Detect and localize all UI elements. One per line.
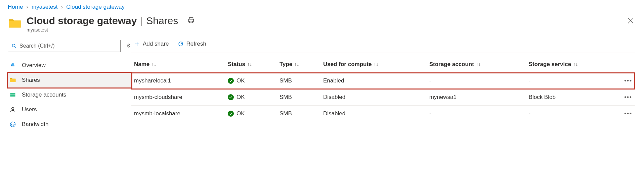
add-share-button[interactable]: Add share — [134, 41, 169, 47]
bandwidth-icon — [9, 121, 16, 128]
sidebar-item-label: Storage accounts — [22, 92, 66, 98]
ok-icon — [228, 94, 234, 100]
breadcrumb: Home › myasetest › Cloud storage gateway — [0, 0, 644, 14]
sort-icon: ↑↓ — [573, 62, 578, 67]
cell-account: - — [427, 73, 526, 89]
sort-icon: ↑↓ — [152, 62, 156, 67]
divider — [131, 53, 635, 53]
search-icon — [11, 43, 17, 49]
cell-compute: Enabled — [320, 73, 427, 89]
cell-compute: Disabled — [320, 106, 427, 122]
row-context-menu[interactable]: ••• — [621, 106, 635, 122]
collapse-icon[interactable] — [125, 43, 131, 50]
toolbar: Add share Refresh — [131, 40, 635, 53]
column-header[interactable]: Name↑↓ — [131, 56, 225, 73]
breadcrumb-link[interactable]: Cloud storage gateway — [66, 4, 125, 10]
folder-icon — [8, 16, 22, 31]
cell-type: SMB — [277, 89, 320, 106]
sort-icon: ↑↓ — [476, 62, 481, 67]
sidebar-item-label: Bandwidth — [22, 121, 48, 128]
breadcrumb-link[interactable]: myasetest — [32, 4, 57, 10]
main-content: Add share Refresh Name↑↓Status↑↓Type↑↓Us… — [131, 40, 644, 122]
sidebar-item-users[interactable]: Users — [8, 102, 131, 117]
svg-point-5 — [12, 44, 15, 47]
sidebar-item-bandwidth[interactable]: Bandwidth — [8, 117, 131, 132]
cell-type: SMB — [277, 106, 320, 122]
row-context-menu[interactable]: ••• — [621, 89, 635, 106]
sort-icon: ↑↓ — [247, 62, 252, 67]
breadcrumb-link[interactable]: Home — [8, 4, 23, 10]
ok-icon — [228, 78, 234, 84]
sidebar-item-label: Overview — [22, 62, 46, 69]
shares-table: Name↑↓Status↑↓Type↑↓Used for compute↑↓St… — [131, 56, 635, 122]
page-header: Cloud storage gateway | Shares myasetest — [0, 14, 644, 33]
table-header-row: Name↑↓Status↑↓Type↑↓Used for compute↑↓St… — [131, 56, 635, 73]
column-header[interactable]: Used for compute↑↓ — [320, 56, 427, 73]
cell-service: - — [526, 106, 621, 122]
chevron-right-icon: › — [26, 4, 28, 10]
sidebar: Search (Ctrl+/) OverviewSharesStorage ac… — [0, 40, 131, 132]
user-icon — [9, 106, 16, 113]
cell-service: - — [526, 73, 621, 89]
cell-name: mysharelocal1 — [131, 73, 225, 89]
refresh-icon — [178, 41, 184, 47]
sort-icon: ↑↓ — [294, 62, 299, 67]
cell-status: OK — [225, 89, 277, 106]
table-row[interactable]: mysmb-localshareOKSMBDisabled--••• — [131, 106, 635, 122]
chevron-right-icon: › — [61, 4, 63, 10]
cell-service: Block Blob — [526, 89, 621, 106]
refresh-button[interactable]: Refresh — [178, 41, 207, 47]
svg-point-10 — [12, 107, 14, 110]
sidebar-item-label: Shares — [22, 77, 40, 83]
cell-type: SMB — [277, 73, 320, 89]
cell-status: OK — [225, 106, 277, 122]
svg-rect-8 — [10, 93, 15, 95]
ok-icon — [228, 111, 234, 117]
column-header[interactable]: Storage account↑↓ — [427, 56, 526, 73]
table-row[interactable]: mysharelocal1OKSMBEnabled--••• — [131, 73, 635, 89]
svg-line-6 — [15, 47, 16, 48]
row-context-menu[interactable]: ••• — [621, 73, 635, 89]
cell-name: mysmb-localshare — [131, 106, 225, 122]
overview-icon — [9, 62, 16, 69]
column-header[interactable]: Storage service↑↓ — [526, 56, 621, 73]
folder-icon — [9, 76, 16, 84]
cell-account: - — [427, 106, 526, 122]
column-header[interactable]: Type↑↓ — [277, 56, 320, 73]
cell-compute: Disabled — [320, 89, 427, 106]
table-row[interactable]: mysmb-cloudshareOKSMBDisabledmynewsa1Blo… — [131, 89, 635, 106]
sidebar-nav: OverviewSharesStorage accountsUsersBandw… — [8, 58, 131, 132]
cell-account: mynewsa1 — [427, 89, 526, 106]
search-input[interactable]: Search (Ctrl+/) — [8, 40, 121, 52]
cell-name: mysmb-cloudshare — [131, 89, 225, 106]
storage-icon — [9, 91, 16, 99]
cell-status: OK — [225, 73, 277, 89]
sidebar-item-label: Users — [22, 106, 37, 113]
plus-icon — [134, 41, 140, 47]
sort-icon: ↑↓ — [374, 62, 379, 67]
svg-point-7 — [11, 63, 14, 66]
page-title: Cloud storage gateway | Shares — [27, 15, 195, 26]
sidebar-item-overview[interactable]: Overview — [8, 58, 131, 73]
sidebar-item-shares[interactable]: Shares — [8, 73, 131, 87]
svg-rect-9 — [10, 95, 15, 97]
close-icon[interactable] — [627, 17, 634, 25]
print-icon[interactable] — [187, 15, 195, 26]
sidebar-item-storage-accounts[interactable]: Storage accounts — [8, 87, 131, 102]
table-body: mysharelocal1OKSMBEnabled--•••mysmb-clou… — [131, 73, 635, 122]
svg-point-11 — [10, 122, 15, 127]
page-subtitle: myasetest — [27, 27, 195, 33]
column-header[interactable]: Status↑↓ — [225, 56, 277, 73]
